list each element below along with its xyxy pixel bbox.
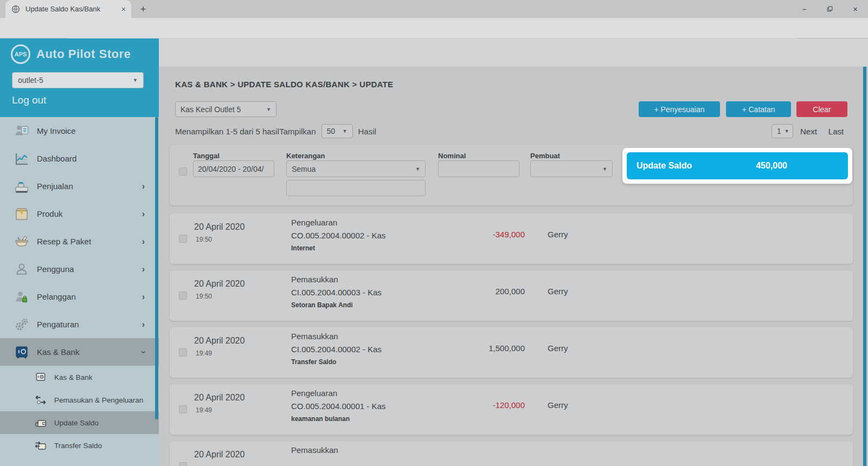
aps-logo: APS	[11, 44, 30, 64]
row-note: Transfer Saldo	[291, 358, 382, 366]
penjualan-icon	[14, 178, 30, 195]
update-saldo-label: Update Saldo	[636, 161, 692, 171]
app-window: APS Auto Pilot Store outlet-5 ▼ Log out …	[0, 38, 868, 466]
sidebar-item-dashboard[interactable]: Dashboard	[0, 145, 159, 172]
row-code: CO.005.2004.00001 - Kas	[291, 402, 385, 411]
brand-name: Auto Pilot Store	[36, 47, 131, 61]
page-size-select[interactable]: 50 ▼	[322, 124, 353, 138]
keterangan-select[interactable]: Semua ▼	[286, 160, 426, 177]
table-row[interactable]: 20 April 2020 19:50 Pemasukkan CI.005.20…	[170, 270, 853, 321]
catatan-button[interactable]: + Catatan	[726, 101, 791, 117]
sidebar-item-my-invoice[interactable]: My Invoice	[0, 117, 159, 145]
row-type: Pemasukkan	[291, 445, 338, 455]
sidebar-item-pengguna[interactable]: Pengguna ›	[0, 255, 159, 283]
row-code: CI.005.2004.00003 - Kas	[291, 288, 382, 297]
main-area: KAS & BANK > UPDATE SALDO KAS/BANK > UPD…	[159, 38, 868, 466]
row-time: 19:50	[196, 236, 245, 243]
row-note: Setoran Bapak Andi	[291, 301, 382, 309]
select-all-checkbox[interactable]	[179, 167, 187, 176]
sidebar-subitem-transfer-saldo[interactable]: Transfer Saldo	[0, 434, 159, 457]
outlet-select[interactable]: outlet-5 ▼	[12, 72, 144, 88]
tab-title: Update Saldo Kas/Bank	[25, 5, 117, 13]
sidebar-subitem-pemasukan-pengeluaran[interactable]: Pemasukan & Pengeluaran	[0, 389, 159, 411]
sidebar-item-pengaturan[interactable]: Pengaturan ›	[0, 310, 159, 338]
nominal-filter-input[interactable]	[438, 160, 519, 177]
new-tab-button[interactable]: +	[137, 3, 150, 16]
sidebar-item-penjualan[interactable]: Penjualan ›	[0, 172, 159, 200]
page-size-label: Tampilkan	[279, 127, 316, 136]
row-date: 20 April 2020	[194, 393, 245, 403]
row-note: Internet	[291, 244, 385, 252]
logout-link[interactable]: Log out	[12, 94, 46, 106]
penyesuaian-button[interactable]: + Penyesuaian	[639, 101, 720, 117]
kasbank-sub-icon	[34, 371, 47, 384]
row-type: Pemasukkan	[291, 275, 382, 284]
chevron-right-icon: ›	[142, 209, 145, 219]
pagination: 1 ▼ Next Last	[771, 124, 844, 138]
chevron-down-icon: ▼	[343, 128, 348, 134]
sidebar-scrollbar[interactable]	[155, 117, 158, 419]
chevron-down-icon: ▼	[785, 128, 789, 134]
window-restore-button[interactable]	[817, 0, 843, 18]
chevron-down-icon: ▼	[415, 166, 420, 172]
sidebar-item-pelanggan[interactable]: Pelanggan ›	[0, 283, 159, 310]
update-saldo-highlight: Update Saldo 450,000	[622, 148, 852, 184]
transaction-list: 20 April 2020 19:50 Pengeluaran CO.005.2…	[170, 213, 853, 466]
row-date: 20 April 2020	[194, 279, 245, 289]
row-checkbox[interactable]	[179, 348, 187, 357]
produk-icon	[14, 206, 30, 222]
table-row[interactable]: 20 April 2020 19:49 Pemasukkan CI.005.20…	[170, 327, 853, 378]
nominal-label: Nominal	[438, 152, 466, 160]
browser-tab[interactable]: Update Saldo Kas/Bank ×	[5, 0, 131, 18]
account-select[interactable]: Kas Kecil Outlet 5 ▼	[175, 101, 277, 117]
row-checkbox[interactable]	[179, 292, 187, 300]
row-date: 20 April 2020	[194, 222, 245, 232]
row-checkbox[interactable]	[179, 462, 187, 466]
results-summary: Menampilkan 1-5 dari 5 hasil	[175, 127, 279, 136]
tab-close-icon[interactable]: ×	[121, 5, 126, 14]
row-author: Gerry	[548, 287, 568, 296]
pelanggan-icon	[14, 289, 30, 305]
table-row[interactable]: 20 April 2020 Pemasukkan	[170, 441, 853, 466]
row-author: Gerry	[548, 230, 568, 239]
chevron-right-icon: ›	[142, 237, 145, 247]
pembuat-select[interactable]: ▼	[530, 160, 613, 177]
tanggal-label: Tanggal	[193, 152, 220, 160]
update-saldo-value: 450,000	[756, 161, 787, 171]
update-saldo-button[interactable]: Update Saldo 450,000	[627, 152, 848, 179]
sidebar-header: APS Auto Pilot Store outlet-5 ▼ Log out	[0, 38, 159, 117]
page-size-control: Tampilkan 50 ▼ Hasil	[279, 124, 376, 138]
chevron-down-icon: ▼	[602, 166, 607, 172]
dashboard-icon	[14, 151, 30, 167]
row-checkbox[interactable]	[179, 235, 187, 243]
sidebar-item-produk[interactable]: Produk ›	[0, 200, 159, 228]
page-select[interactable]: 1 ▼	[771, 124, 793, 138]
next-page-link[interactable]: Next	[800, 127, 817, 136]
clear-button[interactable]: Clear	[796, 101, 847, 117]
chevron-right-icon: ›	[142, 292, 145, 302]
outlet-select-value: outlet-5	[18, 76, 43, 85]
keterangan-text-input[interactable]	[286, 180, 426, 196]
window-minimize-button[interactable]: −	[792, 0, 817, 18]
row-nominal: -349,000	[441, 230, 525, 239]
update-saldo-icon	[34, 416, 47, 429]
tanggal-filter-input[interactable]	[193, 160, 274, 177]
browser-tab-bar: Update Saldo Kas/Bank × + − ×	[0, 0, 868, 18]
sidebar-subitem-kas-bank[interactable]: Kas & Bank	[0, 366, 159, 389]
row-checkbox[interactable]	[179, 405, 187, 413]
table-row[interactable]: 20 April 2020 19:49 Pengeluaran CO.005.2…	[170, 384, 853, 435]
sidebar-subitem-update-saldo[interactable]: Update Saldo	[0, 411, 159, 434]
window-close-button[interactable]: ×	[843, 0, 868, 18]
sidebar-item-resep-paket[interactable]: Resep & Paket ›	[0, 228, 159, 255]
page-scrollbar[interactable]	[863, 67, 866, 466]
pembuat-label: Pembuat	[530, 152, 560, 160]
last-page-link[interactable]: Last	[828, 127, 844, 136]
account-select-value: Kas Kecil Outlet 5	[181, 105, 241, 114]
row-time: 19:49	[196, 350, 245, 357]
sidebar: APS Auto Pilot Store outlet-5 ▼ Log out …	[0, 38, 159, 466]
table-row[interactable]: 20 April 2020 19:50 Pengeluaran CO.005.2…	[170, 213, 853, 264]
row-type: Pemasukkan	[291, 332, 382, 341]
row-type: Pengeluaran	[291, 218, 385, 227]
browser-toolbar: ← → development.autopilotstore.co.id/kas…	[0, 18, 868, 38]
sidebar-item-kas-bank[interactable]: Kas & Bank ›	[0, 338, 159, 366]
